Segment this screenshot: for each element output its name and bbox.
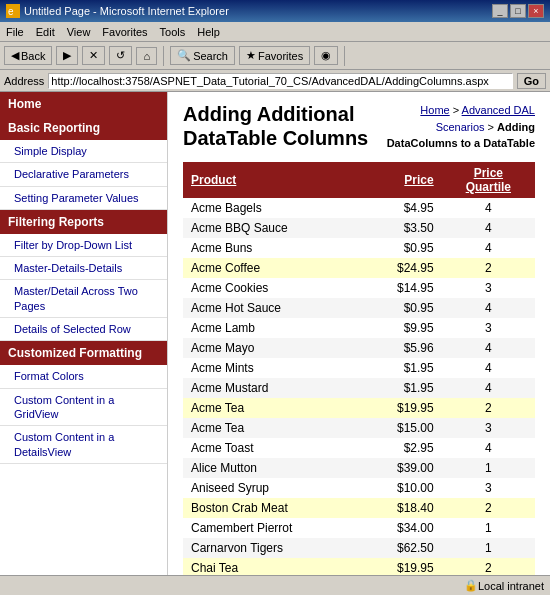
cell-price: $0.95	[362, 238, 442, 258]
breadcrumb-scenarios: Scenarios	[436, 121, 485, 133]
close-button[interactable]: ×	[528, 4, 544, 18]
col-header-price[interactable]: Price	[362, 162, 442, 198]
cell-quartile: 2	[442, 398, 535, 418]
cell-price: $5.96	[362, 338, 442, 358]
sidebar-section-customized-formatting[interactable]: Customized Formatting	[0, 341, 167, 365]
table-row: Acme Coffee$24.952	[183, 258, 535, 278]
table-row: Acme Tea$15.003	[183, 418, 535, 438]
cell-quartile: 4	[442, 338, 535, 358]
table-row: Aniseed Syrup$10.003	[183, 478, 535, 498]
cell-quartile: 3	[442, 478, 535, 498]
search-button[interactable]: 🔍 Search	[170, 46, 235, 65]
cell-price: $34.00	[362, 518, 442, 538]
go-button[interactable]: Go	[517, 73, 546, 89]
col-header-product[interactable]: Product	[183, 162, 362, 198]
cell-quartile: 1	[442, 458, 535, 478]
cell-product: Acme Lamb	[183, 318, 362, 338]
page-header: Adding AdditionalDataTable Columns Home …	[183, 102, 535, 152]
toolbar: ◀ Back ▶ ✕ ↺ ⌂ 🔍 Search ★ Favorites ◉	[0, 42, 550, 70]
sidebar-item-master-details-details[interactable]: Master-Details-Details	[0, 257, 167, 280]
menu-favorites[interactable]: Favorites	[102, 26, 147, 38]
sidebar-section-basic-reporting[interactable]: Basic Reporting	[0, 116, 167, 140]
table-row: Acme Tea$19.952	[183, 398, 535, 418]
stop-icon: ✕	[89, 49, 98, 62]
back-button[interactable]: ◀ Back	[4, 46, 52, 65]
menu-view[interactable]: View	[67, 26, 91, 38]
cell-price: $19.95	[362, 558, 442, 576]
page-title: Adding AdditionalDataTable Columns	[183, 102, 368, 150]
breadcrumb-home[interactable]: Home	[420, 104, 449, 116]
cell-quartile: 3	[442, 418, 535, 438]
sidebar-item-details-selected-row[interactable]: Details of Selected Row	[0, 318, 167, 341]
sidebar-item-filter-dropdown[interactable]: Filter by Drop-Down List	[0, 234, 167, 257]
cell-price: $24.95	[362, 258, 442, 278]
favorites-icon: ★	[246, 49, 256, 62]
sidebar-item-simple-display[interactable]: Simple Display	[0, 140, 167, 163]
table-row: Acme Cookies$14.953	[183, 278, 535, 298]
breadcrumb: Home > Advanced DAL Scenarios > AddingDa…	[387, 102, 535, 152]
stop-button[interactable]: ✕	[82, 46, 105, 65]
menu-help[interactable]: Help	[197, 26, 220, 38]
cell-quartile: 4	[442, 378, 535, 398]
sidebar-item-declarative-parameters[interactable]: Declarative Parameters	[0, 163, 167, 186]
cell-price: $3.50	[362, 218, 442, 238]
table-row: Carnarvon Tigers$62.501	[183, 538, 535, 558]
sidebar-item-custom-content-gridview[interactable]: Custom Content in a GridView	[0, 389, 167, 427]
cell-product: Acme Hot Sauce	[183, 298, 362, 318]
cell-quartile: 3	[442, 318, 535, 338]
security-icon: 🔒	[464, 579, 478, 592]
menu-tools[interactable]: Tools	[160, 26, 186, 38]
sidebar-section-home[interactable]: Home	[0, 92, 167, 116]
cell-price: $4.95	[362, 198, 442, 218]
cell-product: Acme Bagels	[183, 198, 362, 218]
address-input[interactable]	[48, 73, 512, 89]
cell-quartile: 4	[442, 358, 535, 378]
table-row: Camembert Pierrot$34.001	[183, 518, 535, 538]
cell-price: $9.95	[362, 318, 442, 338]
sidebar-section-filtering-reports[interactable]: Filtering Reports	[0, 210, 167, 234]
cell-product: Boston Crab Meat	[183, 498, 362, 518]
sidebar-item-custom-content-detailsview[interactable]: Custom Content in a DetailsView	[0, 426, 167, 464]
status-bar: 🔒 Local intranet	[0, 575, 550, 595]
title-bar: e Untitled Page - Microsoft Internet Exp…	[0, 0, 550, 22]
refresh-button[interactable]: ↺	[109, 46, 132, 65]
favorites-button[interactable]: ★ Favorites	[239, 46, 310, 65]
media-button[interactable]: ◉	[314, 46, 338, 65]
home-icon: ⌂	[143, 50, 150, 62]
cell-price: $2.95	[362, 438, 442, 458]
sidebar-item-setting-parameter-values[interactable]: Setting Parameter Values	[0, 187, 167, 210]
sidebar-item-master-detail-across[interactable]: Master/Detail Across Two Pages	[0, 280, 167, 318]
cell-quartile: 4	[442, 298, 535, 318]
window-title: Untitled Page - Microsoft Internet Explo…	[24, 5, 229, 17]
cell-product: Carnarvon Tigers	[183, 538, 362, 558]
forward-icon: ▶	[63, 49, 71, 62]
home-button[interactable]: ⌂	[136, 47, 157, 65]
address-label: Address	[4, 75, 44, 87]
minimize-button[interactable]: _	[492, 4, 508, 18]
breadcrumb-advanced-dal[interactable]: Advanced DAL	[462, 104, 535, 116]
cell-product: Acme Tea	[183, 418, 362, 438]
cell-product: Acme BBQ Sauce	[183, 218, 362, 238]
cell-price: $0.95	[362, 298, 442, 318]
cell-quartile: 4	[442, 218, 535, 238]
col-header-price-quartile[interactable]: PriceQuartile	[442, 162, 535, 198]
cell-product: Acme Mustard	[183, 378, 362, 398]
table-row: Acme Bagels$4.954	[183, 198, 535, 218]
cell-quartile: 3	[442, 278, 535, 298]
separator2	[344, 46, 345, 66]
cell-price: $18.40	[362, 498, 442, 518]
cell-price: $19.95	[362, 398, 442, 418]
maximize-button[interactable]: □	[510, 4, 526, 18]
main-content: Home Basic Reporting Simple Display Decl…	[0, 92, 550, 575]
status-text: Local intranet	[478, 580, 544, 592]
cell-price: $1.95	[362, 378, 442, 398]
forward-button[interactable]: ▶	[56, 46, 78, 65]
sidebar-item-format-colors[interactable]: Format Colors	[0, 365, 167, 388]
cell-quartile: 1	[442, 518, 535, 538]
cell-product: Acme Coffee	[183, 258, 362, 278]
table-row: Alice Mutton$39.001	[183, 458, 535, 478]
media-icon: ◉	[321, 49, 331, 62]
menu-file[interactable]: File	[6, 26, 24, 38]
menu-edit[interactable]: Edit	[36, 26, 55, 38]
cell-product: Acme Buns	[183, 238, 362, 258]
